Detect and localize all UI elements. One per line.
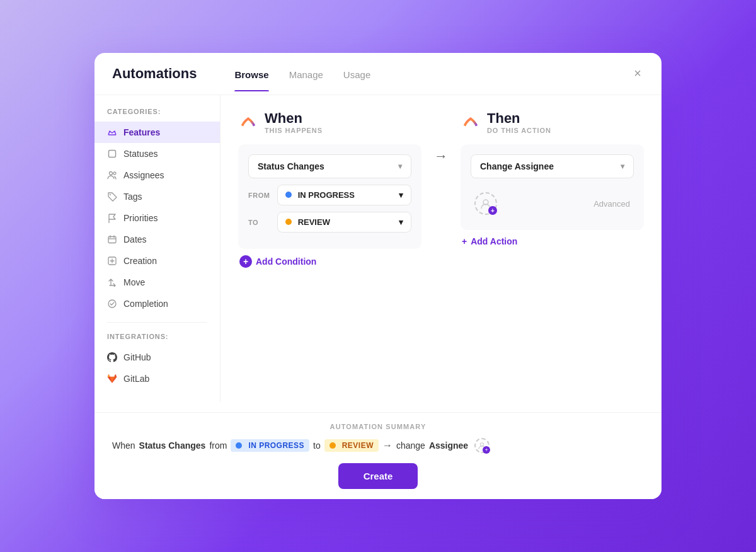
clickup-then-logo <box>461 112 481 132</box>
tags-label: Tags <box>123 192 142 202</box>
summary-avatar[interactable]: + <box>474 438 490 453</box>
summary-assignee: Assignee <box>429 440 468 451</box>
from-content: IN PROGRESS <box>285 190 355 200</box>
sidebar-divider <box>107 322 207 323</box>
categories-label: CATEGORIES: <box>94 108 220 122</box>
priorities-label: Priorities <box>123 213 158 223</box>
trigger-chevron: ▾ <box>398 162 402 171</box>
summary-blue-dot <box>236 442 242 449</box>
summary-in-progress-label: IN PROGRESS <box>248 441 304 450</box>
svg-point-8 <box>481 443 484 446</box>
from-select[interactable]: IN PROGRESS ▾ <box>277 185 411 205</box>
trigger-select[interactable]: Status Changes ▾ <box>248 154 411 178</box>
sidebar-item-move[interactable]: Move <box>94 272 220 293</box>
tab-usage[interactable]: Usage <box>343 69 370 91</box>
sidebar-item-priorities[interactable]: Priorities <box>94 207 220 229</box>
then-header-text: Then DO THIS ACTION <box>487 110 551 134</box>
action-select[interactable]: Change Assignee ▾ <box>471 154 634 178</box>
clickup-when-logo <box>238 112 258 132</box>
when-card: Status Changes ▾ FROM IN PROGRESS <box>238 144 421 249</box>
add-action-plus: + <box>462 236 467 246</box>
sidebar-item-statuses[interactable]: Statuses <box>94 143 220 164</box>
summary-label: AUTOMATION SUMMARY <box>112 423 644 430</box>
assignee-area: + Advanced <box>471 185 634 220</box>
summary-from: from <box>209 440 227 451</box>
modal-title: Automations <box>112 66 197 95</box>
summary-row: When Status Changes from IN PROGRESS to … <box>112 438 644 453</box>
close-button[interactable]: × <box>629 64 646 82</box>
assignee-avatar[interactable]: + <box>474 192 497 215</box>
sidebar-item-tags[interactable]: Tags <box>94 186 220 207</box>
plus-square-icon <box>107 256 117 266</box>
sidebar-item-assignees[interactable]: Assignees <box>94 164 220 186</box>
svg-point-6 <box>108 300 116 308</box>
sidebar-item-github[interactable]: GitHub <box>94 347 220 368</box>
sidebar-item-gitlab[interactable]: GitLab <box>94 368 220 389</box>
to-value: REVIEW <box>298 217 330 227</box>
github-icon <box>107 352 117 362</box>
to-row: TO REVIEW ▾ <box>248 212 411 233</box>
tab-manage[interactable]: Manage <box>289 69 323 91</box>
dates-label: Dates <box>123 234 147 244</box>
features-label: Features <box>123 127 160 137</box>
modal-header: Automations Browse Manage Usage × <box>94 53 662 95</box>
summary-status-changes: Status Changes <box>139 440 206 451</box>
when-column: When THIS HAPPENS Status Changes ▾ FROM <box>238 110 421 270</box>
from-dot <box>285 192 292 198</box>
to-label: TO <box>248 219 271 226</box>
when-header: When THIS HAPPENS <box>238 110 421 134</box>
add-action-button[interactable]: + Add Action <box>461 230 644 249</box>
svg-point-3 <box>110 194 111 195</box>
add-condition-button[interactable]: + Add Condition <box>238 249 421 270</box>
then-subheading: DO THIS ACTION <box>487 127 551 134</box>
sidebar-item-completion[interactable]: Completion <box>94 293 220 314</box>
modal-body: CATEGORIES: Features Statuses <box>94 95 662 402</box>
svg-rect-0 <box>109 151 116 158</box>
github-label: GitHub <box>123 352 151 362</box>
to-select[interactable]: REVIEW ▾ <box>277 212 411 233</box>
to-content: REVIEW <box>285 217 330 227</box>
then-heading: Then <box>487 110 551 127</box>
svg-point-2 <box>113 172 116 175</box>
action-chevron: ▾ <box>621 162 624 171</box>
when-subheading: THIS HAPPENS <box>265 127 323 134</box>
from-value: IN PROGRESS <box>298 190 355 200</box>
automation-modal: Automations Browse Manage Usage × CATEGO… <box>94 53 662 499</box>
summary-to: to <box>313 440 321 451</box>
move-icon <box>107 277 117 287</box>
gitlab-icon <box>107 374 117 384</box>
move-label: Move <box>123 277 145 287</box>
integrations-label: INTEGRATIONS: <box>94 330 220 347</box>
completion-label: Completion <box>123 299 168 309</box>
summary-change: change <box>396 440 425 451</box>
statuses-label: Statuses <box>123 149 158 159</box>
assignees-label: Assignees <box>123 170 164 180</box>
svg-point-1 <box>110 172 113 175</box>
gitlab-label: GitLab <box>123 374 149 384</box>
advanced-button[interactable]: Advanced <box>593 199 630 209</box>
square-icon <box>107 149 117 159</box>
users-icon <box>107 170 117 180</box>
then-header: Then DO THIS ACTION <box>461 110 644 134</box>
sidebar: CATEGORIES: Features Statuses <box>94 95 220 402</box>
trigger-value: Status Changes <box>258 161 324 171</box>
add-condition-label: Add Condition <box>256 256 316 267</box>
summary-avatar-plus: + <box>483 446 490 454</box>
then-column: Then DO THIS ACTION Change Assignee ▾ <box>461 110 644 249</box>
modal-wrapper: Automations Browse Manage Usage × CATEGO… <box>94 53 662 499</box>
to-dot <box>285 219 292 225</box>
check-circle-icon <box>107 299 117 309</box>
sidebar-item-features[interactable]: Features <box>94 122 220 143</box>
summary-yellow-dot <box>329 442 336 449</box>
sidebar-item-creation[interactable]: Creation <box>94 250 220 272</box>
calendar-icon <box>107 234 117 244</box>
assignee-plus-icon: + <box>488 206 497 215</box>
tab-browse[interactable]: Browse <box>234 69 268 91</box>
sidebar-item-dates[interactable]: Dates <box>94 229 220 250</box>
svg-rect-4 <box>108 237 116 243</box>
summary-section: AUTOMATION SUMMARY When Status Changes f… <box>94 412 662 499</box>
tabs: Browse Manage Usage <box>234 69 370 91</box>
summary-review-label: REVIEW <box>342 441 374 450</box>
create-button[interactable]: Create <box>338 463 418 489</box>
flag-icon <box>107 213 117 223</box>
